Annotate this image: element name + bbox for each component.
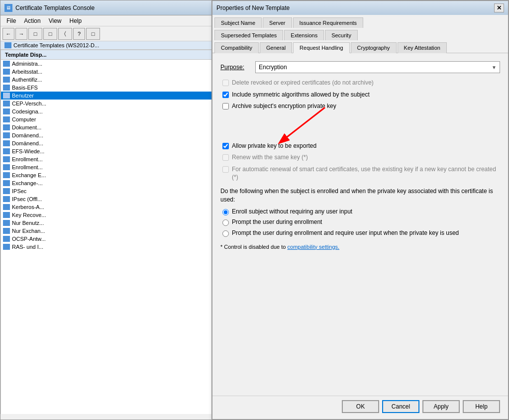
checkbox-allow-export[interactable]	[222, 143, 229, 149]
checkbox-row-allow-export: Allow private key to be exported	[220, 142, 500, 150]
checkbox-include-symmetric[interactable]	[222, 92, 229, 98]
toolbar-help[interactable]: ?	[73, 28, 85, 40]
compatibility-settings-link[interactable]: compatibility settings.	[288, 244, 340, 250]
toolbar-up[interactable]: □	[28, 28, 42, 40]
checkbox-delete-revoked-label: Delete revoked or expired certificates (…	[232, 79, 374, 87]
template-item-0[interactable]: Administra...	[1, 60, 213, 68]
template-item-2[interactable]: Authentifiz...	[1, 76, 213, 84]
template-item-20[interactable]: Nur Benutz...	[1, 219, 213, 227]
template-item-14[interactable]: Exchange E...	[1, 171, 213, 179]
template-item-17[interactable]: IPsec (Offl...	[1, 195, 213, 203]
radio-prompt-enrollment[interactable]	[222, 219, 229, 226]
properties-dialog: Properties of New Template ✕ Subject Nam…	[211, 0, 509, 420]
dialog-title-bar: Properties of New Template ✕	[212, 1, 508, 15]
dialog-content: Purpose: Encryption ▼ Delete revoked or …	[212, 53, 508, 396]
tab-cryptography[interactable]: Cryptography	[351, 42, 397, 53]
toolbar-extra[interactable]: □	[86, 28, 100, 40]
footnote: * Control is disabled due to compatibili…	[220, 243, 500, 251]
menu-view[interactable]: View	[45, 16, 66, 25]
template-item-19[interactable]: Key Recove...	[1, 211, 213, 219]
toolbar-forward[interactable]: →	[15, 28, 27, 40]
tab-general[interactable]: General	[260, 42, 292, 53]
dialog-close-button[interactable]: ✕	[494, 3, 504, 12]
section-divider-1	[220, 114, 500, 122]
checkbox-row-archive: Archive subject's encryption private key	[220, 103, 500, 110]
template-item-11[interactable]: EFS-Wiede...	[1, 147, 213, 155]
template-item-8[interactable]: Dokument...	[1, 123, 213, 131]
checkbox-auto-renew[interactable]	[222, 166, 229, 173]
checkbox-row-include: Include symmetric algorithms allowed by …	[220, 91, 500, 99]
template-item-13[interactable]: Enrollment...	[1, 163, 213, 171]
toolbar-copy[interactable]: □	[43, 28, 57, 40]
help-button[interactable]: Help	[463, 400, 500, 413]
template-item-12[interactable]: Enrollment...	[1, 155, 213, 163]
menu-action[interactable]: Action	[20, 16, 44, 25]
tab-request-handling[interactable]: Request Handling	[293, 42, 349, 53]
template-item-10[interactable]: Domänend...	[1, 139, 213, 147]
tab-subject-name[interactable]: Subject Name	[214, 17, 262, 28]
tab-compatibility[interactable]: Compatibility	[214, 42, 259, 53]
template-item-5[interactable]: CEP-Versch...	[1, 100, 213, 107]
enrollment-description: Do the following when the subject is enr…	[220, 187, 500, 204]
template-icon-3	[3, 85, 10, 91]
main-window-icon: 🖥	[4, 4, 12, 12]
toolbar-paste[interactable]: 〈	[58, 28, 72, 40]
tab-security[interactable]: Security	[325, 30, 358, 40]
dropdown-arrow-icon: ▼	[492, 65, 497, 70]
template-icon-7	[3, 116, 10, 122]
main-window: 🖥 Certificate Templates Console File Act…	[0, 0, 214, 420]
apply-button[interactable]: Apply	[422, 400, 460, 413]
radio-prompt-key-use-label: Prompt the user during enrollment and re…	[232, 229, 459, 237]
radio-prompt-enrollment-label: Prompt the user during enrollment	[232, 218, 322, 226]
menu-help[interactable]: Help	[66, 16, 86, 25]
template-item-1[interactable]: Arbeitsstat...	[1, 68, 213, 76]
tab-extensions[interactable]: Extensions	[284, 30, 324, 40]
template-item-23[interactable]: RAS- und I...	[1, 243, 213, 251]
checkbox-row-delete: Delete revoked or expired certificates (…	[220, 79, 500, 87]
template-item-21[interactable]: Nur Exchan...	[1, 227, 213, 235]
radio-enroll-no-input[interactable]	[222, 209, 229, 215]
annotation-arrow-1	[250, 103, 350, 162]
checkbox-allow-export-label: Allow private key to be exported	[232, 142, 316, 150]
checkbox-include-symmetric-label: Include symmetric algorithms allowed by …	[232, 91, 370, 99]
tab-issuance-requirements[interactable]: Issuance Requirements	[293, 17, 364, 28]
template-item-4[interactable]: Benutzer	[1, 92, 213, 100]
purpose-row: Purpose: Encryption ▼	[220, 61, 500, 73]
menu-file[interactable]: File	[2, 16, 20, 25]
radio-row-prompt-enrollment: Prompt the user during enrollment	[220, 218, 500, 226]
template-item-3[interactable]: Basis-EFS	[1, 84, 213, 92]
tab-server[interactable]: Server	[263, 17, 292, 28]
template-item-7[interactable]: Computer	[1, 115, 213, 123]
ok-button[interactable]: OK	[342, 400, 379, 413]
radio-prompt-key-use[interactable]	[222, 230, 229, 237]
checkbox-renew-same-key-label: Renew with the same key (*)	[232, 154, 308, 162]
checkbox-delete-revoked[interactable]	[222, 80, 229, 86]
template-item-16[interactable]: IPSec	[1, 187, 213, 195]
footnote-text: * Control is disabled due to	[220, 244, 288, 250]
cancel-button[interactable]: Cancel	[382, 400, 419, 413]
template-item-22[interactable]: OCSP-Antw...	[1, 235, 213, 243]
checkbox-auto-renew-label: For automatic renewal of smart card cert…	[232, 166, 500, 181]
breadcrumb-text: Certificate Templates (WS2012-D...	[13, 42, 99, 48]
checkbox-renew-same-key[interactable]	[222, 154, 229, 161]
template-item-18[interactable]: Kerberos-A...	[1, 203, 213, 211]
template-item-6[interactable]: Codesigna...	[1, 107, 213, 115]
template-icon-17	[3, 196, 10, 202]
purpose-dropdown[interactable]: Encryption ▼	[255, 61, 500, 73]
template-icon-10	[3, 140, 10, 146]
main-title-bar: 🖥 Certificate Templates Console	[0, 0, 213, 15]
tabs-row-3: Compatibility General Request Handling C…	[212, 40, 508, 53]
menu-bar: File Action View Help	[0, 15, 213, 26]
checkbox-archive-key[interactable]	[222, 103, 229, 109]
template-icon-13	[3, 164, 10, 170]
tab-key-attestation[interactable]: Key Attestation	[398, 42, 447, 53]
toolbar-back[interactable]: ←	[2, 28, 14, 40]
template-icon-18	[3, 204, 10, 210]
breadcrumb-icon	[4, 42, 11, 48]
template-icon-20	[3, 220, 10, 226]
template-item-15[interactable]: Exchange-...	[1, 179, 213, 187]
tabs-row-2: Superseded Templates Extensions Security	[212, 27, 508, 40]
radio-row-enroll-no-input: Enroll subject without requiring any use…	[220, 208, 500, 216]
template-item-9[interactable]: Domänend...	[1, 131, 213, 139]
tab-superseded-templates[interactable]: Superseded Templates	[214, 30, 283, 40]
